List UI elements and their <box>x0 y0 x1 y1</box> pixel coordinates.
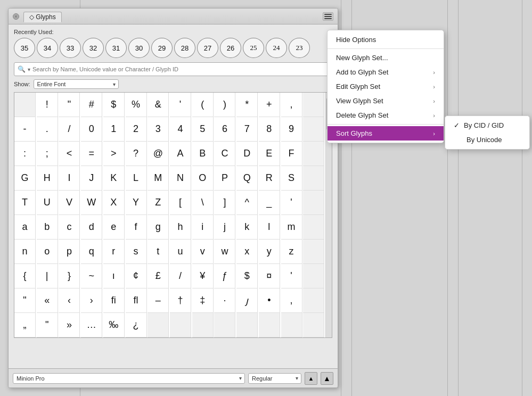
glyph-cell[interactable] <box>259 313 280 337</box>
glyph-cell[interactable]: n <box>14 240 36 264</box>
glyph-cell[interactable]: . <box>37 117 58 142</box>
glyph-cell[interactable]: % <box>126 93 147 117</box>
glyph-cell[interactable]: › <box>81 288 102 313</box>
glyph-cell[interactable]: , <box>281 93 302 117</box>
glyph-cell[interactable]: = <box>81 142 102 166</box>
menu-item-add-to-glyph-set[interactable]: Add to Glyph Set › <box>328 65 444 79</box>
menu-item-new-glyph-set[interactable]: New Glyph Set... <box>328 51 444 65</box>
glyph-cell[interactable]: – <box>148 288 169 313</box>
glyph-cell[interactable]: ] <box>214 191 235 215</box>
glyph-cell[interactable]: v <box>192 240 214 264</box>
recent-char-31[interactable]: 31 <box>105 38 127 58</box>
glyph-cell[interactable]: ( <box>192 93 214 117</box>
menu-item-view-glyph-set[interactable]: View Glyph Set › <box>328 94 444 108</box>
glyph-cell[interactable]: \ <box>192 191 214 215</box>
glyph-cell[interactable]: 6 <box>214 117 235 142</box>
glyph-cell[interactable]: x <box>236 240 258 264</box>
glyph-cell[interactable]: / <box>59 117 80 142</box>
glyph-cell[interactable]: [ <box>170 191 191 215</box>
glyph-cell[interactable]: V <box>59 191 80 215</box>
panel-tab[interactable]: ◇ Glyphs <box>23 12 62 22</box>
glyph-cell[interactable] <box>148 313 169 337</box>
glyph-cell[interactable]: _ <box>259 191 280 215</box>
glyph-cell[interactable]: p <box>59 240 80 264</box>
glyph-cell[interactable]: w <box>214 240 235 264</box>
glyph-cell[interactable]: | <box>37 264 58 288</box>
glyph-cell[interactable]: r <box>103 240 125 264</box>
glyph-cell[interactable]: t <box>148 240 169 264</box>
menu-item-edit-glyph-set[interactable]: Edit Glyph Set › <box>328 79 444 94</box>
glyph-cell[interactable]: H <box>37 166 58 191</box>
glyph-cell[interactable]: q <box>81 240 102 264</box>
glyph-cell[interactable]: 4 <box>170 117 191 142</box>
glyph-cell[interactable]: & <box>148 93 169 117</box>
glyph-cell[interactable]: b <box>37 215 58 240</box>
glyph-cell[interactable]: ƒ <box>214 264 235 288</box>
glyph-cell[interactable]: / <box>170 264 191 288</box>
glyph-cell[interactable] <box>281 313 302 337</box>
glyph-cell[interactable]: Z <box>148 191 169 215</box>
glyph-cell[interactable] <box>192 313 214 337</box>
glyph-cell[interactable]: E <box>259 142 280 166</box>
glyph-cell[interactable]: W <box>81 191 102 215</box>
panel-menu-button[interactable] <box>323 12 333 21</box>
glyph-cell[interactable]: ȷ <box>236 288 258 313</box>
glyph-cell[interactable]: } <box>59 264 80 288</box>
glyph-cell[interactable]: * <box>236 93 258 117</box>
glyph-cell[interactable]: Y <box>126 191 147 215</box>
glyph-cell[interactable]: y <box>259 240 280 264</box>
show-select[interactable]: Entire Font Basic Latin Custom Sets <box>34 79 119 89</box>
recent-char-32[interactable]: 32 <box>83 38 104 58</box>
glyph-cell[interactable]: $ <box>103 93 125 117</box>
recent-char-26[interactable]: 26 <box>220 38 241 58</box>
search-input[interactable] <box>32 66 329 72</box>
glyph-cell[interactable]: s <box>126 240 147 264</box>
glyph-cell[interactable]: » <box>59 313 80 337</box>
glyph-cell[interactable]: · <box>214 288 235 313</box>
glyph-cell[interactable]: - <box>14 117 36 142</box>
glyph-cell[interactable]: < <box>59 142 80 166</box>
glyph-cell[interactable]: U <box>37 191 58 215</box>
glyph-cell[interactable]: , <box>281 288 302 313</box>
menu-item-delete-glyph-set[interactable]: Delete Glyph Set › <box>328 108 444 122</box>
glyph-cell[interactable]: 9 <box>281 117 302 142</box>
glyph-cell[interactable]: ) <box>214 93 235 117</box>
glyph-cell[interactable]: P <box>214 166 235 191</box>
font-select[interactable]: Minion Pro Arial Times New Roman <box>13 373 245 384</box>
glyph-cell[interactable]: f <box>126 215 147 240</box>
glyph-cell[interactable] <box>303 93 324 117</box>
glyph-cell[interactable]: + <box>259 93 280 117</box>
glyph-cell[interactable]: k <box>236 215 258 240</box>
glyph-cell[interactable]: S <box>281 166 302 191</box>
glyph-cell[interactable]: " <box>37 313 58 337</box>
glyph-cell[interactable]: j <box>214 215 235 240</box>
glyph-cell[interactable]: ^ <box>236 191 258 215</box>
style-select[interactable]: Regular Bold Italic Bold Italic <box>248 373 301 384</box>
glyph-cell[interactable]: o <box>37 240 58 264</box>
glyph-cell[interactable]: 8 <box>259 117 280 142</box>
glyph-cell[interactable]: > <box>103 142 125 166</box>
recent-char-28[interactable]: 28 <box>174 38 195 58</box>
glyph-cell[interactable] <box>303 215 324 240</box>
glyph-cell[interactable]: ﬁ <box>103 288 125 313</box>
glyph-cell[interactable]: … <box>81 313 102 337</box>
glyph-cell[interactable]: @ <box>148 142 169 166</box>
glyph-cell[interactable]: ‰ <box>103 313 125 337</box>
glyph-cell[interactable]: c <box>59 215 80 240</box>
glyph-cell[interactable]: G <box>14 166 36 191</box>
glyph-cell[interactable]: d <box>81 215 102 240</box>
glyph-cell[interactable]: ' <box>170 93 191 117</box>
glyph-cell[interactable]: „ <box>14 313 36 337</box>
glyph-cell[interactable]: ! <box>37 93 58 117</box>
glyph-cell[interactable]: J <box>81 166 102 191</box>
glyph-cell[interactable]: • <box>259 288 280 313</box>
menu-item-hide-options[interactable]: Hide Options <box>328 32 444 47</box>
glyph-cell[interactable] <box>303 313 324 337</box>
recent-char-27[interactable]: 27 <box>197 38 218 58</box>
glyph-cell[interactable] <box>303 142 324 166</box>
glyph-cell[interactable]: « <box>37 288 58 313</box>
glyph-cell[interactable]: # <box>81 93 102 117</box>
glyph-cell[interactable]: Q <box>236 166 258 191</box>
glyph-cell[interactable]: 7 <box>236 117 258 142</box>
glyph-cell[interactable]: " <box>59 93 80 117</box>
